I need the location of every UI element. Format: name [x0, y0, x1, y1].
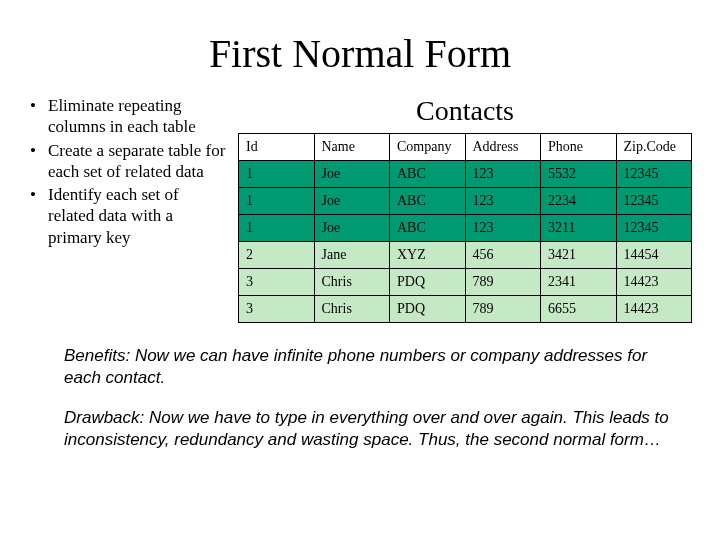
table-cell: 14423 [616, 296, 692, 323]
notes: Benefits: Now we can have infinite phone… [28, 345, 692, 451]
contacts-table: Id Name Company Address Phone Zip.Code 1… [238, 133, 692, 323]
benefits-text: Now we can have infinite phone numbers o… [64, 346, 647, 387]
table-row: 3ChrisPDQ789234114423 [239, 269, 692, 296]
table-cell: 14454 [616, 242, 692, 269]
table-cell: 3 [239, 296, 315, 323]
table-cell: ABC [390, 188, 466, 215]
table-container: Contacts Id Name Company Address Phone Z… [238, 95, 692, 323]
table-cell: 12345 [616, 161, 692, 188]
table-cell: ABC [390, 215, 466, 242]
drawback-label: Drawback: [64, 408, 144, 427]
table-cell: 2234 [541, 188, 617, 215]
list-item: • Identify each set of related data with… [28, 184, 228, 248]
table-cell: 1 [239, 161, 315, 188]
list-item: • Create a separate table for each set o… [28, 140, 228, 183]
table-cell: 1 [239, 215, 315, 242]
table-cell: Chris [314, 269, 390, 296]
table-row: 3ChrisPDQ789665514423 [239, 296, 692, 323]
col-address: Address [465, 134, 541, 161]
table-cell: Joe [314, 215, 390, 242]
table-cell: Chris [314, 296, 390, 323]
table-body: 1JoeABC1235532123451JoeABC1232234123451J… [239, 161, 692, 323]
benefits-label: Benefits: [64, 346, 130, 365]
col-name: Name [314, 134, 390, 161]
table-cell: 2 [239, 242, 315, 269]
table-cell: 3211 [541, 215, 617, 242]
table-cell: 3421 [541, 242, 617, 269]
table-cell: 456 [465, 242, 541, 269]
table-cell: Joe [314, 161, 390, 188]
table-cell: 123 [465, 188, 541, 215]
table-cell: Joe [314, 188, 390, 215]
table-cell: 14423 [616, 269, 692, 296]
bullet-icon: • [28, 95, 48, 138]
table-cell: 5532 [541, 161, 617, 188]
table-cell: 12345 [616, 215, 692, 242]
col-id: Id [239, 134, 315, 161]
table-cell: 6655 [541, 296, 617, 323]
table-cell: PDQ [390, 296, 466, 323]
table-cell: 123 [465, 215, 541, 242]
table-cell: 1 [239, 188, 315, 215]
table-cell: 2341 [541, 269, 617, 296]
list-item: • Eliminate repeating columns in each ta… [28, 95, 228, 138]
table-cell: 3 [239, 269, 315, 296]
slide: First Normal Form • Eliminate repeating … [0, 0, 720, 540]
table-cell: 789 [465, 269, 541, 296]
drawback-paragraph: Drawback: Now we have to type in everyth… [64, 407, 670, 451]
col-phone: Phone [541, 134, 617, 161]
bullet-text: Create a separate table for each set of … [48, 140, 228, 183]
table-cell: 12345 [616, 188, 692, 215]
table-title: Contacts [238, 95, 692, 127]
table-cell: Jane [314, 242, 390, 269]
bullet-icon: • [28, 140, 48, 183]
bullet-text: Identify each set of related data with a… [48, 184, 228, 248]
table-row: 1JoeABC123321112345 [239, 215, 692, 242]
benefits-paragraph: Benefits: Now we can have infinite phone… [64, 345, 670, 389]
table-row: 1JoeABC123223412345 [239, 188, 692, 215]
col-company: Company [390, 134, 466, 161]
table-cell: ABC [390, 161, 466, 188]
content-row: • Eliminate repeating columns in each ta… [28, 95, 692, 323]
bullet-list: • Eliminate repeating columns in each ta… [28, 95, 238, 250]
col-zipcode: Zip.Code [616, 134, 692, 161]
drawback-text: Now we have to type in everything over a… [64, 408, 669, 449]
table-row: 2JaneXYZ456342114454 [239, 242, 692, 269]
bullet-icon: • [28, 184, 48, 248]
table-cell: 123 [465, 161, 541, 188]
table-cell: 789 [465, 296, 541, 323]
table-cell: PDQ [390, 269, 466, 296]
table-header-row: Id Name Company Address Phone Zip.Code [239, 134, 692, 161]
table-cell: XYZ [390, 242, 466, 269]
page-title: First Normal Form [28, 30, 692, 77]
bullet-text: Eliminate repeating columns in each tabl… [48, 95, 228, 138]
table-row: 1JoeABC123553212345 [239, 161, 692, 188]
